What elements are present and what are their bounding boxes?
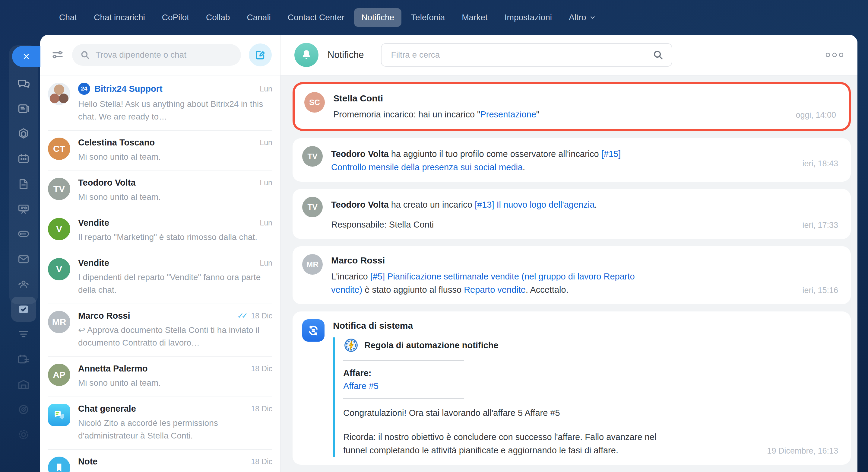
notification-task-reminder[interactable]: SC Stella Conti Promemoria incarico: hai…: [292, 82, 851, 131]
chat-name: Celestina Toscano: [78, 138, 155, 148]
close-sidebar-button[interactable]: ×: [12, 46, 40, 67]
tab-market[interactable]: Market: [455, 8, 495, 27]
chat-name: Bitrix24 Support: [94, 84, 162, 94]
chat-item-vendite-2[interactable]: V Vendite Lun I dipendenti del reparto "…: [40, 251, 280, 304]
schedule-icon[interactable]: [11, 347, 36, 372]
chat-item-annetta-palermo[interactable]: AP Annetta Palermo 18 Dic Mi sono unito …: [40, 356, 280, 396]
automation-message-1: Congratulazioni! Ora stai lavorando all'…: [343, 406, 663, 419]
tasks-icon[interactable]: [11, 297, 36, 322]
chat-item-vendite-1[interactable]: V Vendite Lun Il reparto "Marketing" è s…: [40, 211, 280, 251]
chat-item-bitrix24-support[interactable]: 24 Bitrix24 Support Lun Hello Stella! As…: [40, 76, 280, 130]
chat-item-chat-generale[interactable]: Chat generale 18 Dic Nicolò Zito a accor…: [40, 396, 280, 449]
text-segment: ha creato un incarico: [389, 200, 475, 209]
tab-telefonia[interactable]: Telefonia: [404, 8, 452, 27]
text-segment: ": [536, 110, 539, 119]
text-segment: è stato aggiunto al flusso: [362, 285, 464, 295]
avatar: MR: [302, 254, 323, 275]
document-icon[interactable]: [11, 171, 36, 197]
tab-altro[interactable]: Altro: [562, 8, 603, 27]
notification-timestamp: ieri, 17:33: [802, 220, 838, 230]
crm-funnel-icon[interactable]: [11, 322, 36, 347]
chat-search-field[interactable]: [72, 44, 241, 66]
calendar-icon[interactable]: [11, 146, 36, 171]
tab-notifiche[interactable]: Notifiche: [354, 8, 401, 27]
new-chat-button[interactable]: [249, 43, 272, 66]
deal-link-affare-5[interactable]: Affare #5: [343, 381, 378, 391]
messenger-panel: 24 Bitrix24 Support Lun Hello Stella! As…: [40, 35, 858, 472]
mail-icon[interactable]: [11, 246, 36, 272]
chat-last-message-text: Approva documento Stella Conti ti ha inv…: [78, 325, 259, 347]
settings-gear-icon[interactable]: [11, 422, 36, 447]
notification-title: Notifica di sistema: [333, 321, 839, 331]
notification-task-created[interactable]: TV Teodoro Volta ha creato un incarico […: [292, 189, 851, 239]
flow-link-reparto-vendite[interactable]: Reparto vendite: [464, 285, 526, 295]
chat-item-note[interactable]: Note 18 Dic Visibili solo a te: [40, 449, 280, 472]
copilot-hexagon-icon[interactable]: [11, 121, 36, 146]
chat-search-input[interactable]: [96, 50, 233, 60]
tab-canali[interactable]: Canali: [240, 8, 278, 27]
chat-bubbles-icon[interactable]: [11, 71, 36, 96]
notifications-column: Notifiche SC Stella Conti Promemoria: [280, 35, 858, 472]
chat-list: 24 Bitrix24 Support Lun Hello Stella! As…: [40, 76, 280, 472]
top-navigation: Chat Chat incarichi CoPilot Collab Canal…: [0, 0, 868, 35]
notification-system-automation[interactable]: Notifica di sistema Regola di automazion…: [292, 312, 851, 465]
text-segment: . Accettalo.: [526, 285, 568, 295]
chat-last-message: Mi sono unito al team.: [78, 377, 272, 389]
more-options-icon[interactable]: [825, 52, 844, 58]
news-icon[interactable]: [11, 96, 36, 121]
chat-time: Lun: [260, 178, 272, 187]
chat-item-teodoro-volta[interactable]: TV Teodoro Volta Lun Mi sono unito al te…: [40, 171, 280, 211]
notification-text: Teodoro Volta ha creato un incarico [#13…: [331, 198, 651, 211]
text-segment: L'incarico: [331, 272, 370, 281]
reply-arrow-icon: ↩: [78, 325, 85, 335]
tab-contact-center[interactable]: Contact Center: [280, 8, 352, 27]
chat-time: Lun: [260, 85, 272, 93]
page-title: Notifiche: [328, 50, 364, 60]
chat-name: Note: [78, 456, 97, 467]
tab-collab[interactable]: Collab: [199, 8, 237, 27]
avatar-bitrix24-support: [48, 83, 70, 105]
notification-author: Teodoro Volta: [331, 200, 389, 209]
chevron-down-icon: [589, 14, 596, 21]
tab-chat[interactable]: Chat: [52, 8, 84, 27]
text-segment: .: [594, 200, 597, 209]
notification-text: L'incarico [#5] Pianificazione settimana…: [331, 270, 651, 296]
tab-copilot[interactable]: CoPilot: [155, 8, 196, 27]
notifications-header: Notifiche: [280, 35, 858, 76]
task-link-presentazione[interactable]: Presentazione: [480, 110, 536, 119]
notification-flow-task[interactable]: MR Marco Rossi L'incarico [#5] Pianifica…: [292, 246, 851, 304]
avatar: TV: [302, 146, 323, 167]
whiteboard-icon[interactable]: [11, 197, 36, 222]
automation-rule-icon: [343, 337, 359, 353]
workspace-icon[interactable]: [11, 372, 36, 397]
tab-chat-incarichi[interactable]: Chat incarichi: [87, 8, 152, 27]
chat-item-marco-rossi[interactable]: MR Marco Rossi ✓✓ 18 Dic ↩ Approva docum…: [40, 304, 280, 356]
divider: [343, 399, 464, 399]
filter-icon[interactable]: [51, 48, 64, 62]
notification-timestamp: ieri, 15:16: [802, 286, 838, 295]
people-icon[interactable]: [11, 272, 36, 297]
avatar-letter: V: [48, 218, 70, 240]
sidebar-icon-rail: [9, 71, 38, 447]
chat-item-celestina-toscano[interactable]: CT Celestina Toscano Lun Mi sono unito a…: [40, 130, 280, 171]
chat-last-message: Mi sono unito al team.: [78, 191, 272, 203]
avatar-letter: V: [48, 258, 70, 281]
notification-author: Teodoro Volta: [331, 149, 389, 159]
chat-time: 18 Dic: [251, 364, 272, 373]
chat-time: 18 Dic: [251, 457, 272, 466]
target-icon[interactable]: [11, 397, 36, 422]
notification-author: Stella Conti: [333, 93, 837, 104]
drive-icon[interactable]: [11, 222, 36, 246]
chat-last-message: Il reparto "Marketing" è stato rimosso d…: [78, 231, 272, 243]
chat-time: ✓✓ 18 Dic: [237, 311, 272, 321]
chat-last-message: Nicolò Zito a accordé les permissions d'…: [78, 417, 272, 442]
notifications-search-input[interactable]: [391, 50, 648, 60]
task-link-13[interactable]: [#13] Il nuovo logo dell'agenzia: [475, 200, 594, 209]
automation-message-2: Ricorda: il nostro obiettivo è concluder…: [343, 430, 663, 457]
avatar: TV: [48, 178, 70, 200]
notifications-list: SC Stella Conti Promemoria incarico: hai…: [280, 76, 858, 472]
notification-observer-added[interactable]: TV Teodoro Volta ha aggiunto il tuo prof…: [292, 138, 851, 182]
chat-time-text: 18 Dic: [251, 312, 272, 320]
tab-impostazioni[interactable]: Impostazioni: [497, 8, 559, 27]
notifications-search-field[interactable]: [381, 43, 672, 67]
